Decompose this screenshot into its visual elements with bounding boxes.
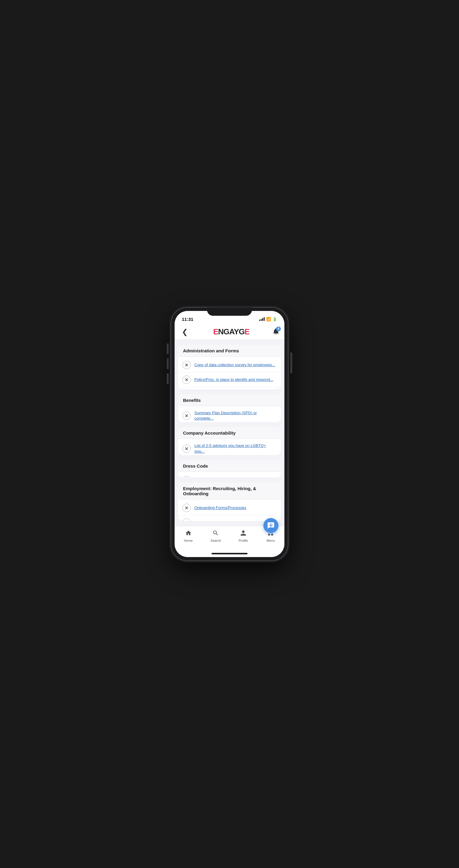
section-benefits: BenefitsSummary Plan Description (SPD) o… [178, 394, 281, 422]
section-items-benefits: Summary Plan Description (SPD) or comple… [178, 406, 281, 422]
section-title-admin-forms: Administration and Forms [178, 345, 281, 356]
remove-button[interactable] [183, 411, 191, 420]
item-link[interactable]: Job Application Forms [194, 520, 233, 521]
tab-profile[interactable]: Profile [230, 529, 257, 544]
item-link[interactable]: Summary Plan Description (SPD) or comple… [194, 410, 276, 421]
notch [207, 307, 252, 316]
item-link[interactable]: List of 2-5 advisors you have on LGBTQ+ … [194, 443, 276, 454]
list-item: Copy of data collection survey for emplo… [178, 358, 281, 372]
section-company-accountability: Company AccountabilityList of 2-5 adviso… [178, 427, 281, 455]
section-items-company-accountability: List of 2-5 advisors you have on LGBTQ+ … [178, 439, 281, 455]
home-label: Home [184, 539, 193, 542]
notification-badge: 4 [276, 327, 281, 331]
remove-button[interactable] [183, 476, 191, 477]
search-icon [212, 530, 219, 538]
tab-home[interactable]: Home [174, 529, 202, 544]
section-items-employment-recruiting: Onboarding Forms/ProcessesJob Applicatio… [178, 499, 281, 521]
menu-label: Menu [266, 539, 275, 542]
logo: ENGAYGE [213, 327, 250, 337]
list-item: List of 2-5 advisors you have on LGBTQ+ … [178, 440, 281, 455]
section-title-dress-code: Dress Code [178, 460, 281, 472]
profile-label: Profile [238, 539, 248, 542]
section-title-benefits: Benefits [178, 394, 281, 406]
section-items-dress-code: Copy of the dress code [178, 472, 281, 477]
home-bar [211, 553, 248, 554]
list-item: Policy/Proc. in place to identify and re… [178, 372, 281, 387]
tab-search[interactable]: Search [202, 529, 230, 544]
list-item: Copy of the dress code [178, 473, 281, 477]
svg-rect-3 [271, 534, 273, 535]
remove-button[interactable] [183, 504, 191, 512]
logo-text: ENGAYGE [213, 327, 250, 337]
section-title-employment-recruiting: Employment: Recruiting, Hiring, & Onboar… [178, 482, 281, 499]
remove-button[interactable] [183, 518, 191, 521]
section-title-company-accountability: Company Accountability [178, 427, 281, 439]
wifi-icon: 📶 [266, 317, 271, 321]
phone-frame: 11:31 📶 🔋 ❮ ENGAYGE [171, 307, 288, 561]
notification-button[interactable]: 4 [272, 328, 280, 336]
nav-header: ❮ ENGAYGE 4 [174, 324, 285, 340]
remove-button[interactable] [183, 444, 191, 453]
remove-button[interactable] [183, 361, 191, 369]
chat-plus-icon [267, 522, 275, 529]
phone-screen: 11:31 📶 🔋 ❮ ENGAYGE [174, 311, 285, 557]
svg-rect-2 [268, 534, 270, 535]
main-content: Administration and FormsCopy of data col… [174, 340, 285, 526]
item-link[interactable]: Copy of data collection survey for emplo… [194, 362, 275, 368]
logo-accent-e: E [213, 327, 218, 336]
remove-button[interactable] [183, 375, 191, 384]
home-icon [185, 530, 192, 538]
list-item: Summary Plan Description (SPD) or comple… [178, 407, 281, 422]
profile-icon [240, 530, 247, 538]
status-time: 11:31 [182, 317, 193, 322]
item-link[interactable]: Onboarding Forms/Processes [194, 505, 246, 510]
section-dress-code: Dress CodeCopy of the dress code [178, 460, 281, 477]
section-admin-forms: Administration and FormsCopy of data col… [178, 345, 281, 389]
list-item: Policy/Proc. for updating records (name,… [178, 387, 281, 389]
battery-icon: 🔋 [272, 317, 277, 321]
item-link[interactable]: Policy/Proc. in place to identify and re… [194, 377, 273, 382]
status-icons: 📶 🔋 [259, 317, 277, 321]
back-button[interactable]: ❮ [179, 327, 190, 337]
home-indicator [174, 550, 285, 557]
logo-accent-e2: E [244, 327, 249, 336]
list-item: Onboarding Forms/Processes [178, 501, 281, 515]
fab-button[interactable] [263, 518, 278, 533]
section-items-admin-forms: Copy of data collection survey for emplo… [178, 356, 281, 389]
section-employment-recruiting: Employment: Recruiting, Hiring, & Onboar… [178, 482, 281, 521]
signal-icon [259, 317, 265, 321]
search-label: Search [210, 539, 221, 542]
